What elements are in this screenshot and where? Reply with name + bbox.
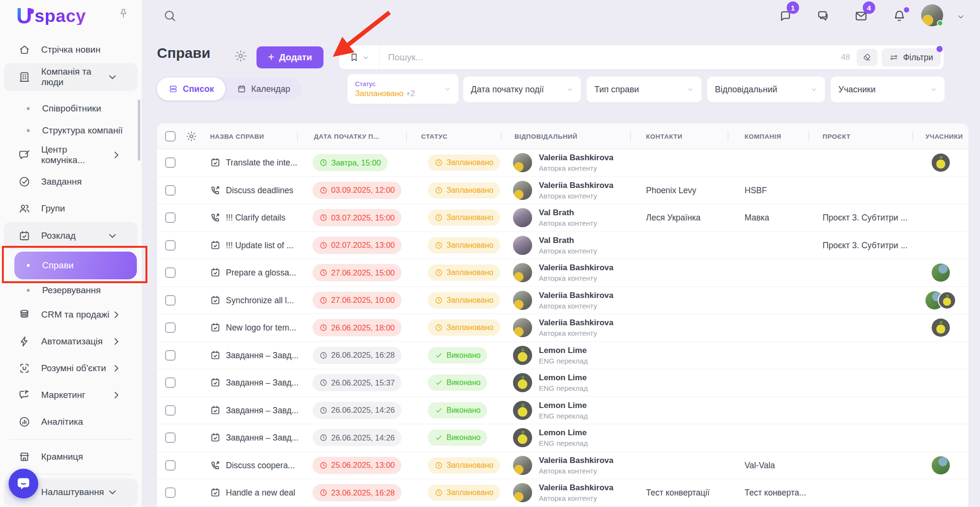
activity-name[interactable]: Synchronize all l... <box>226 295 294 305</box>
sidebar-item-employees[interactable]: Співробітники <box>0 98 142 120</box>
responsible-avatar[interactable] <box>513 456 532 475</box>
row-checkbox[interactable] <box>165 487 176 498</box>
column-header-participants[interactable]: УЧАСНИКИ <box>925 123 963 149</box>
sidebar-item-activities[interactable]: Справи <box>14 252 137 279</box>
table-row[interactable]: !!! Clarify details03.07.2025, 15:00Запл… <box>157 204 969 232</box>
tab-calendar-view[interactable]: Календар <box>225 77 301 100</box>
participant-avatar[interactable] <box>932 154 950 172</box>
activity-name[interactable]: Prepare a glossa... <box>226 268 296 278</box>
sidebar-item-schedule[interactable]: Розклад <box>4 222 138 250</box>
row-checkbox[interactable] <box>165 460 176 471</box>
sidebar-item-company-people[interactable]: Компанія та люди <box>4 63 138 91</box>
responsible-avatar[interactable] <box>513 263 532 282</box>
table-row[interactable]: Translate the inte...Завтра, 15:00Заплан… <box>157 149 969 177</box>
add-button[interactable]: + Додати <box>256 46 323 68</box>
sidebar-item-analytics[interactable]: Аналітика <box>0 408 142 435</box>
activity-name[interactable]: Handle a new deal <box>226 488 295 498</box>
company-cell[interactable]: Мавка <box>745 213 769 223</box>
row-checkbox[interactable] <box>165 185 176 196</box>
participant-avatar[interactable] <box>932 264 950 282</box>
pin-sidebar-icon[interactable] <box>118 8 129 19</box>
responsible-avatar[interactable] <box>513 181 532 200</box>
responsible-name[interactable]: Val Brath <box>539 236 597 245</box>
responsible-name[interactable]: Lemon Lime <box>539 428 588 438</box>
sidebar-item-comms-center[interactable]: Центр комуніка... <box>0 142 142 168</box>
row-checkbox[interactable] <box>165 432 176 443</box>
contact-cell[interactable]: Тест конвертації <box>646 488 710 498</box>
responsible-name[interactable]: Valeriia Bashkirova <box>539 291 613 300</box>
table-row[interactable]: Synchronize all l...27.06.2025, 10:00Зап… <box>157 287 969 315</box>
responsible-avatar[interactable] <box>513 428 532 447</box>
sidebar-item-tasks[interactable]: Завдання <box>0 168 142 195</box>
participant-avatar[interactable] <box>932 319 950 337</box>
table-row[interactable]: New logo for tem...26.06.2025, 18:00Запл… <box>157 314 969 342</box>
table-row[interactable]: Завдання – Завд...26.06.2025, 14:26Викон… <box>157 424 969 452</box>
row-checkbox[interactable] <box>165 377 176 388</box>
responsible-name[interactable]: Lemon Lime <box>539 401 588 410</box>
column-header-name[interactable]: НАЗВА СПРАВИ <box>210 123 264 149</box>
activity-name[interactable]: Translate the inte... <box>226 158 297 168</box>
company-cell[interactable]: Тест конверта... <box>745 488 806 498</box>
table-row[interactable]: Завдання – Завд...26.06.2025, 16:28Викон… <box>157 342 969 370</box>
sidebar-item-shop[interactable]: Крамниця <box>0 443 142 470</box>
search-input[interactable] <box>379 52 841 63</box>
activity-name[interactable]: Завдання – Завд... <box>226 405 299 415</box>
row-checkbox[interactable] <box>165 157 176 168</box>
activity-name[interactable]: Discuss coopera... <box>226 460 295 470</box>
sidebar-item-company-structure[interactable]: Структура компанії <box>0 120 142 142</box>
activity-name[interactable]: !!! Clarify details <box>226 213 285 223</box>
column-header-start-date[interactable]: ДАТА ПОЧАТКУ П... <box>314 123 379 149</box>
group-chats-icon[interactable] <box>816 9 830 23</box>
sidebar-item-automation[interactable]: Автоматизація <box>0 328 142 355</box>
sidebar-item-reservations[interactable]: Резервування <box>0 279 142 301</box>
clear-filters-button[interactable] <box>857 49 878 66</box>
table-row[interactable]: Завдання – Завд...26.06.2025, 15:37Викон… <box>157 369 969 397</box>
filter-participants[interactable]: Учасники <box>831 77 945 102</box>
activity-name[interactable]: Завдання – Завд... <box>226 378 299 388</box>
page-settings-gear-icon[interactable] <box>234 49 247 63</box>
profile-chevron-down-icon[interactable] <box>956 12 966 22</box>
activity-name[interactable]: Завдання – Завд... <box>226 350 299 360</box>
table-row[interactable]: Discuss deadlines03.09.2025, 12:00Заплан… <box>157 177 969 205</box>
responsible-avatar[interactable] <box>513 401 532 420</box>
responsible-name[interactable]: Valeriia Bashkirova <box>539 456 613 465</box>
sidebar-item-news-feed[interactable]: Стрічка новин <box>0 36 142 63</box>
activity-name[interactable]: !!! Update list of ... <box>226 240 293 250</box>
activity-name[interactable]: Discuss deadlines <box>226 185 293 195</box>
tab-list-view[interactable]: Список <box>157 77 225 100</box>
row-checkbox[interactable] <box>165 405 176 416</box>
responsible-name[interactable]: Valeriia Bashkirova <box>539 153 613 163</box>
responsible-name[interactable]: Val Brath <box>539 208 597 218</box>
column-header-project[interactable]: ПРОЄКТ <box>823 123 850 149</box>
responsible-avatar[interactable] <box>513 318 532 337</box>
filter-activity-type[interactable]: Тип справи <box>587 77 702 102</box>
activity-name[interactable]: New logo for tem... <box>226 323 296 333</box>
filters-button[interactable]: Фільтри <box>881 48 941 66</box>
responsible-avatar[interactable] <box>513 483 532 502</box>
sidebar-item-smart-objects[interactable]: Розумні об'єкти <box>0 355 142 382</box>
sidebar-item-groups[interactable]: Групи <box>0 195 142 222</box>
table-row[interactable]: Discuss coopera...25.06.2025, 13:00Запла… <box>157 452 969 480</box>
sidebar-scrollbar[interactable] <box>138 99 140 161</box>
sidebar-item-crm-sales[interactable]: CRM та продажі <box>0 301 142 328</box>
filter-status[interactable]: Статус Заплановано+2 <box>347 74 458 104</box>
responsible-avatar[interactable] <box>513 153 532 172</box>
responsible-name[interactable]: Valeriia Bashkirova <box>539 263 613 273</box>
row-checkbox[interactable] <box>165 267 176 278</box>
responsible-avatar[interactable] <box>513 236 532 255</box>
column-header-status[interactable]: СТАТУС <box>421 123 447 149</box>
column-header-contacts[interactable]: КОНТАКТИ <box>646 123 682 149</box>
row-checkbox[interactable] <box>165 240 176 251</box>
contact-cell[interactable]: Phoenix Levy <box>646 185 696 195</box>
company-cell[interactable]: Val-Vala <box>745 460 775 470</box>
table-row[interactable]: Handle a new deal23.06.2025, 16:28Заплан… <box>157 479 969 507</box>
filter-start-date[interactable]: Дата початку події <box>463 77 581 102</box>
table-row[interactable]: Завдання – Завд...26.06.2025, 14:26Викон… <box>157 397 969 425</box>
project-cell[interactable]: Проєкт 3. Субтитри ... <box>823 240 908 250</box>
sidebar-item-marketing[interactable]: Маркетинг <box>0 382 142 408</box>
table-settings-gear-icon[interactable] <box>186 131 197 142</box>
global-search-icon[interactable] <box>163 9 177 23</box>
column-header-responsible[interactable]: ВІДПОВІДАЛЬНИЙ <box>514 123 578 149</box>
responsible-avatar[interactable] <box>513 291 532 310</box>
responsible-name[interactable]: Valeriia Bashkirova <box>539 318 613 328</box>
